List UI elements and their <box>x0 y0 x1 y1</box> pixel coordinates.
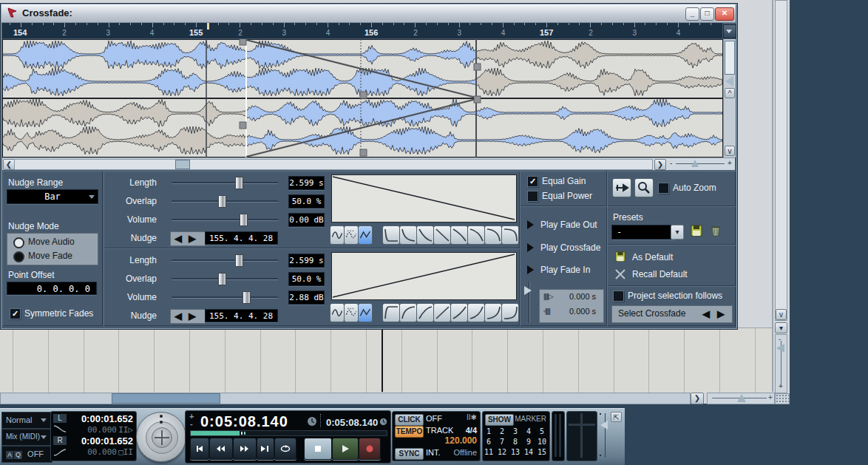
tempo-value[interactable]: 120.000 <box>445 435 477 446</box>
time-signature[interactable]: 4/4 <box>466 426 477 435</box>
select-next-crossfade-button[interactable]: ▶ <box>717 308 725 320</box>
fade_out-preset-curve-8-button[interactable] <box>501 225 519 245</box>
transport-volume-slider[interactable] <box>599 412 611 459</box>
tempo-button[interactable]: TEMPO <box>395 426 424 438</box>
marker-12-button[interactable]: 12 <box>498 448 506 456</box>
nudge-right-button[interactable]: ▶ <box>189 310 196 322</box>
marker-5-button[interactable]: 5 <box>540 427 544 435</box>
ruler-format-dropdown[interactable] <box>723 24 736 38</box>
click-state[interactable]: OFF <box>426 414 442 423</box>
slider-handle[interactable] <box>243 291 251 304</box>
fade_out-spline-curve-button[interactable] <box>330 225 345 245</box>
fade_in-preset-curve-1-button[interactable] <box>382 303 400 322</box>
delete-preset-icon[interactable] <box>709 224 722 237</box>
fade_out-linear-curve-button[interactable] <box>358 225 373 245</box>
move-fade-radio[interactable] <box>13 251 24 262</box>
record-mode-dropdown[interactable]: Normal <box>1 412 52 429</box>
goto-end-button[interactable] <box>257 438 274 460</box>
fade_in-volume-value[interactable]: 2.88 dB <box>288 291 325 305</box>
dialog-titlebar[interactable]: Crossfade: _ □ ✕ <box>1 4 736 23</box>
goto-start-button[interactable] <box>190 438 209 460</box>
symmetric-fades-checkbox[interactable]: ✓ <box>10 308 21 319</box>
play-position-button[interactable] <box>612 178 631 197</box>
project-vscrollbar[interactable]: v <box>775 0 787 321</box>
stop-button[interactable] <box>304 438 332 460</box>
wave-vscroll-thumb[interactable] <box>725 41 735 75</box>
wave-vsplit-handle[interactable] <box>725 76 733 86</box>
hzoom-handle[interactable] <box>737 394 746 402</box>
fade_in-preset-curve-5-button[interactable] <box>450 303 468 322</box>
time-divider[interactable] <box>320 414 322 427</box>
fade_out-preset-curve-3-button[interactable] <box>416 225 434 245</box>
preroll-value[interactable]: 0.000 s <box>569 292 596 301</box>
audition-volume-slider[interactable] <box>524 282 535 323</box>
equal-gain-checkbox[interactable]: ✓ <box>527 176 538 187</box>
primary-time-display[interactable]: 0:05:08.140 <box>200 413 288 430</box>
project-hscroll-right-button[interactable]: ❯ <box>691 393 704 404</box>
fade_out-preset-curve-1-button[interactable] <box>382 225 400 245</box>
marker-13-button[interactable]: 13 <box>511 448 520 456</box>
move-audio-radio[interactable] <box>13 237 24 248</box>
play-fade-in-button[interactable] <box>527 265 534 274</box>
fade_in-damped-spline-curve-button[interactable] <box>344 303 359 322</box>
fade_in-linear-curve-button[interactable] <box>358 303 373 322</box>
wave-hscrollbar[interactable]: ❮ ❯ - + <box>2 157 735 170</box>
wave-vscrollbar[interactable]: ^ v <box>723 39 736 157</box>
fade-out-sub[interactable]: 00.000 <box>87 425 117 435</box>
play-crossfade-button[interactable] <box>527 243 534 252</box>
fade_out-preset-curve-7-button[interactable] <box>484 225 502 245</box>
volume-slider-handle[interactable] <box>524 286 532 295</box>
project-vscroll-down-button[interactable]: v <box>776 309 787 320</box>
fade_in-overlap-slider[interactable] <box>172 273 278 284</box>
play-fade-out-button[interactable] <box>527 220 534 229</box>
marker-9-button[interactable]: 9 <box>526 438 531 446</box>
fade_out-preset-curve-4-button[interactable] <box>433 225 451 245</box>
record-button[interactable] <box>359 438 381 460</box>
vzoom-handle[interactable] <box>776 344 784 353</box>
marker-6-button[interactable]: 6 <box>486 438 491 446</box>
close-button[interactable]: ✕ <box>715 7 734 21</box>
presets-dropdown[interactable]: - <box>611 225 675 240</box>
recall-default-button[interactable]: Recall Default <box>632 269 688 279</box>
jog-wheel[interactable] <box>136 412 186 462</box>
fade_in-preset-curve-6-button[interactable] <box>467 303 485 322</box>
rewind-button[interactable] <box>209 438 233 460</box>
hzoom-plus[interactable]: + <box>768 393 773 401</box>
wave-vscroll-up-button[interactable]: ^ <box>725 88 735 98</box>
tempo-mode[interactable]: TRACK <box>426 426 453 435</box>
fade_out-curve-display[interactable] <box>331 174 517 223</box>
project-vzoom-slider[interactable]: - + <box>775 334 787 393</box>
fade_out-preset-curve-2-button[interactable] <box>399 225 417 245</box>
nudge-right-button[interactable]: ▶ <box>189 233 196 245</box>
fade_out-volume-slider[interactable] <box>172 214 278 225</box>
fade_out-preset-curve-6-button[interactable] <box>467 225 485 245</box>
marker-7-button[interactable]: 7 <box>500 438 504 446</box>
fade_in-nudge-value[interactable]: 155. 4. 4. 28 <box>205 309 278 322</box>
fade_in-preset-curve-3-button[interactable] <box>416 303 434 322</box>
fade_out-overlap-value[interactable]: 50.0 % <box>288 194 325 208</box>
wave-hscroll-right-button[interactable]: ❯ <box>654 159 666 170</box>
vzoom-minus[interactable]: - <box>779 335 781 343</box>
midi-record-mode-dropdown[interactable]: Mix (MIDI) <box>1 429 52 446</box>
wave-zoom-minus[interactable]: - <box>670 159 672 167</box>
click-button[interactable]: CLICK <box>395 414 424 426</box>
point-offset-field[interactable]: 0. 0. 0. 0 <box>7 282 97 295</box>
play-button[interactable] <box>332 438 359 460</box>
slider-handle[interactable] <box>240 214 248 226</box>
forward-button[interactable] <box>233 438 257 460</box>
nudge-left-button[interactable]: ◀ <box>174 233 182 245</box>
wave-hscroll-thumb[interactable] <box>175 160 190 169</box>
marker-8-button[interactable]: 8 <box>513 438 518 446</box>
sync-mode[interactable]: INT. <box>426 448 441 457</box>
marker-11-button[interactable]: 11 <box>484 448 493 456</box>
secondary-time-display[interactable]: 0:05:08.140 <box>326 417 378 428</box>
save-preset-icon[interactable] <box>690 224 703 237</box>
marker-15-button[interactable]: 15 <box>538 448 546 456</box>
wave-vscroll-down-button[interactable]: v <box>725 146 735 156</box>
vzoom-plus[interactable]: + <box>779 382 783 390</box>
fade_in-spline-curve-button[interactable] <box>330 303 345 322</box>
transport-expand-button[interactable]: ⇱ <box>611 412 622 422</box>
wave-hscroll-left-button[interactable]: ❮ <box>3 159 15 170</box>
wave-zoom-slider[interactable]: - + <box>667 159 734 169</box>
fade-in-sub[interactable]: 00.000 <box>87 447 117 457</box>
